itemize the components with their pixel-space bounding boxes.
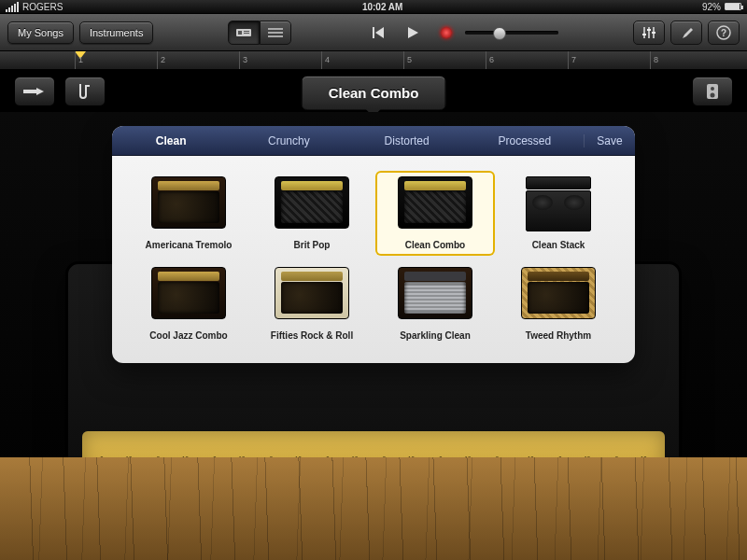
preset-popover: CleanCrunchyDistortedProcessedSave Ameri… [112, 126, 635, 363]
svg-marker-19 [36, 88, 44, 95]
preset-item[interactable]: Tweed Rhythm [499, 261, 618, 346]
preset-tab-crunchy[interactable]: Crunchy [230, 134, 347, 147]
svg-rect-11 [648, 27, 650, 38]
instrument-subbar: Clean Combo [0, 70, 747, 112]
preset-item[interactable]: Brit Pop [252, 171, 372, 256]
ruler-tick: 8 [650, 51, 658, 69]
carrier-label: ROGERS [22, 2, 63, 12]
preset-item-label: Cool Jazz Combo [134, 330, 243, 341]
svg-rect-2 [244, 31, 249, 32]
timeline-ruler[interactable]: 12345678 [0, 51, 747, 70]
preset-item-label: Clean Stack [504, 240, 613, 250]
svg-point-22 [711, 92, 715, 97]
preset-grid: Americana TremoloBrit PopClean ComboClea… [112, 156, 635, 363]
my-songs-button[interactable]: My Songs [7, 21, 74, 44]
ruler-tick: 4 [321, 51, 330, 69]
volume-slider[interactable] [465, 31, 558, 35]
battery-icon [725, 3, 741, 10]
tracks-view-button[interactable] [260, 21, 291, 45]
preset-item[interactable]: Clean Stack [499, 171, 618, 256]
mixer-button[interactable] [633, 21, 665, 45]
svg-rect-13 [642, 34, 646, 35]
preset-item[interactable]: Cool Jazz Combo [129, 261, 248, 346]
svg-rect-7 [373, 27, 374, 38]
svg-rect-15 [652, 32, 655, 34]
preset-tab-clean[interactable]: Clean [112, 134, 230, 147]
signal-icon [6, 2, 19, 12]
settings-button[interactable] [670, 21, 702, 45]
input-jack-button[interactable] [14, 77, 55, 106]
instrument-view-button[interactable] [228, 21, 260, 45]
svg-rect-3 [244, 33, 249, 34]
play-button[interactable] [400, 20, 426, 46]
ruler-tick: 2 [157, 51, 165, 69]
status-bar: ROGERS 10:02 AM 92% [0, 0, 747, 14]
ruler-tick: 6 [486, 51, 494, 69]
svg-rect-18 [23, 90, 36, 93]
svg-text:?: ? [721, 28, 726, 38]
tuner-button[interactable] [64, 77, 106, 106]
preset-item[interactable]: Sparkling Clean [375, 261, 495, 346]
preset-item-label: Clean Combo [381, 240, 489, 250]
preset-tab-distorted[interactable]: Distorted [348, 134, 466, 147]
preset-tab-processed[interactable]: Processed [466, 134, 584, 147]
svg-rect-14 [647, 29, 651, 31]
svg-rect-4 [268, 28, 283, 30]
svg-rect-5 [268, 32, 283, 34]
preset-selector[interactable]: Clean Combo [302, 76, 446, 110]
preset-category-tabs: CleanCrunchyDistortedProcessedSave [112, 126, 635, 156]
preset-item-label: Fifties Rock & Roll [258, 330, 366, 341]
svg-marker-9 [408, 27, 418, 38]
svg-marker-8 [375, 27, 384, 38]
clock: 10:02 AM [63, 2, 702, 12]
ruler-tick: 7 [568, 51, 576, 69]
svg-point-21 [711, 87, 714, 91]
battery-pct: 92% [702, 2, 721, 12]
preset-item-label: Sparkling Clean [381, 330, 489, 341]
preset-item-label: Brit Pop [258, 240, 366, 250]
ruler-tick: 1 [75, 51, 83, 69]
stompbox-button[interactable] [692, 77, 733, 106]
view-switcher [228, 21, 291, 45]
preset-item-label: Tweed Rhythm [504, 330, 613, 341]
preset-item-label: Americana Tremolo [134, 240, 243, 250]
ruler-tick: 5 [403, 51, 412, 69]
go-to-start-button[interactable] [366, 20, 392, 46]
transport-controls [366, 20, 459, 46]
preset-item[interactable]: Clean Combo [375, 171, 495, 256]
save-preset-button[interactable]: Save [584, 134, 635, 147]
floor [0, 457, 747, 560]
ruler-tick: 3 [239, 51, 247, 69]
preset-item[interactable]: Americana Tremolo [129, 171, 248, 256]
preset-item[interactable]: Fifties Rock & Roll [252, 261, 372, 346]
svg-rect-10 [643, 27, 645, 38]
svg-rect-1 [238, 31, 242, 35]
instruments-button[interactable]: Instruments [79, 21, 153, 44]
help-button[interactable]: ? [708, 21, 740, 45]
main-toolbar: My Songs Instruments ? [0, 14, 747, 51]
record-button[interactable] [433, 20, 459, 46]
svg-rect-6 [268, 35, 283, 37]
